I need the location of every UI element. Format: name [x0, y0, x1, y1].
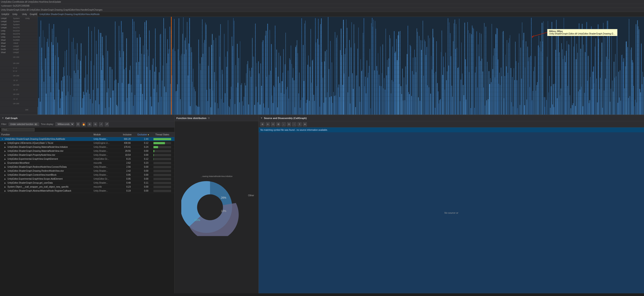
func-dist-panel: Function time distribution ⊙ ...rawing.M… — [175, 115, 259, 293]
thread-row[interactable]: DoShUnityE — [0, 48, 37, 51]
func-dist-icon[interactable]: ⊙ — [208, 117, 210, 119]
collapse-icon[interactable]: ▼ — [2, 117, 4, 119]
cg-inclusive-12: 0.23 — [115, 186, 132, 188]
col-header-module: Module — [93, 133, 115, 136]
icon-flame[interactable]: 🔥 — [82, 122, 86, 126]
source-collapse-icon[interactable]: ▼ — [260, 117, 263, 119]
cg-row-2[interactable]: ▶ UnityEditor.ShaderGraph.Drawing.Materi… — [0, 145, 174, 149]
source-icon-2[interactable]: ⊖ — [266, 122, 270, 126]
cg-thread-bar-3 — [150, 150, 174, 152]
icon-refresh[interactable]: ↺ — [105, 122, 109, 126]
flame-graph-area[interactable]: 666ms 280µs Unity.ShaderGraph.Editor.dll… — [38, 17, 644, 115]
expand-icon-12[interactable]: ▶ — [4, 186, 6, 188]
thread-bar-inner-3 — [154, 150, 171, 152]
thread-row[interactable]: Un Uni — [0, 100, 37, 107]
cg-row-5[interactable]: ▶ UnityEditor.Experimental.GraphView.Gra… — [0, 157, 174, 161]
filter-btn[interactable]: Under selected function ✕ — [8, 123, 39, 126]
source-icon-5[interactable]: ↓ — [282, 122, 286, 126]
cg-row-9[interactable]: ▶ UnityEditor.ShaderGraph.ContextView.In… — [0, 173, 174, 177]
icon-export[interactable]: ↗ — [99, 122, 103, 126]
expand-icon-7[interactable]: ▶ — [4, 166, 6, 168]
cg-row-4[interactable]: ▶ UnityEditor.ShaderGraph.PropertyNodeVi… — [0, 153, 174, 157]
func-name-label: ...rawing.MaterialNodeView.Initialize — [181, 175, 252, 177]
breadcrumb-text-2: <unknown> 0x252FC09509B — [1, 5, 30, 7]
thread-row[interactable]: ShadUnityE — [0, 51, 37, 54]
thread-row[interactable]: Un Uni — [0, 54, 37, 60]
expand-icon-1[interactable]: ▶ — [4, 142, 6, 144]
source-body: No source or — [259, 132, 644, 293]
cg-row-1[interactable]: ▶ UnityEngine.UIElements.UQueryState`1.T… — [0, 141, 174, 145]
source-icon-1[interactable]: ⊕ — [260, 122, 264, 126]
icon-copy[interactable]: ⧉ — [93, 122, 97, 126]
expand-icon-4[interactable]: ▶ — [4, 154, 6, 156]
thread-row[interactable]: .U .U — [0, 97, 37, 100]
no-source-msg: No source or — [444, 211, 458, 214]
thread-row[interactable]: UnityE0x127C — [0, 26, 37, 29]
filter-bar — [0, 127, 174, 132]
expand-icon-2[interactable]: ▶ — [4, 146, 6, 148]
expand-icon-3[interactable]: ▶ — [4, 150, 6, 152]
thread-row[interactable]: .U .U — [0, 88, 37, 91]
pie-label-10: 10% — [221, 209, 226, 213]
col-header-inclusive[interactable]: Inclusive — [115, 133, 132, 136]
cg-inclusive-11: 0.48 — [115, 182, 132, 184]
thread-row[interactable]: Unity0x1C84 — [0, 35, 37, 39]
expand-icon-13[interactable]: ▶ — [4, 190, 6, 192]
thread-row[interactable]: Shad<Mod — [0, 42, 37, 45]
cg-inclusive-5: 8.15 — [115, 158, 132, 160]
source-icon-4[interactable]: ⊞ — [276, 122, 280, 126]
cg-exclusive-0: 2.44 — [132, 138, 150, 140]
cg-thread-bar-9 — [150, 174, 174, 176]
cg-row-13[interactable]: ▶ UnityEditor.ShaderGraph.AbstractMateri… — [0, 189, 174, 193]
cg-row-3[interactable]: ▶ UnityEditor.ShaderGraph.Drawing.Materi… — [0, 149, 174, 153]
cg-module-0: Unity.Shader... — [93, 138, 115, 140]
col-header-exclusive[interactable]: Exclusive ▼ — [132, 133, 150, 136]
cg-row-6[interactable]: ▶ Enumerator.MoveNext mscorlib 2.62 0.23 — [0, 161, 174, 165]
source-icon-6[interactable]: ⊟ — [287, 122, 291, 126]
timeline-area[interactable]: UnityESystemUnity UnityESystem UnityESys… — [0, 17, 644, 115]
thread-row[interactable]: Un Uni — [0, 91, 37, 97]
thread-row[interactable]: Unity0x1019 — [0, 29, 37, 32]
expand-icon-5[interactable]: ▶ — [4, 158, 6, 160]
source-icon-7[interactable]: ↑ — [292, 122, 296, 126]
source-icon-8[interactable]: ↧ — [298, 122, 302, 126]
source-panel: ▼ Source and Disassembly (CallGraph) ⊕ ⊖… — [259, 115, 644, 293]
thread-row[interactable]: U .U — [0, 66, 37, 70]
thread-row[interactable]: Shad0x2869 — [0, 39, 37, 42]
thread-row[interactable]: UnityESystem — [0, 20, 37, 23]
time-display-select[interactable]: Milliseconds Percentage — [56, 122, 74, 126]
tooltip-box: 666ms 280µs Unity.ShaderGraph.Editor.dll… — [547, 29, 618, 36]
expand-icon-10[interactable]: ▶ — [4, 178, 6, 180]
call-graph-title: Call Graph — [5, 117, 18, 119]
thread-row[interactable]: Uni — [0, 107, 37, 113]
expand-icon-9[interactable]: ▶ — [4, 174, 6, 176]
thread-row[interactable]: Un Uni — [0, 73, 37, 79]
thread-row[interactable]: UnityESystemUnity — [0, 17, 37, 20]
call-graph-list[interactable]: ▼ UnityEditor.ShaderGraph.Drawing.GraphE… — [0, 137, 174, 293]
thread-row[interactable]: U .U — [0, 70, 37, 73]
expand-icon-8[interactable]: ▶ — [4, 170, 6, 172]
bottom-section: ▼ Call Graph Filter: Under selected func… — [0, 115, 644, 293]
thread-row[interactable]: Unity0x1CF4 — [0, 32, 37, 35]
tooltip-func: Unity.ShaderGraph.Editor.dll UnityEditor… — [549, 33, 616, 35]
cg-row-8[interactable]: ▶ UnityEditor.ShaderGraph.Drawing.Redire… — [0, 169, 174, 173]
expand-icon-6[interactable]: ▶ — [4, 162, 6, 164]
icon-table[interactable]: ⊞ — [88, 122, 92, 126]
cg-row-10[interactable]: ▶ UnityEditor.Experimental.GraphView.Sco… — [0, 177, 174, 181]
cg-row-0[interactable]: ▼ UnityEditor.ShaderGraph.Drawing.GraphE… — [0, 137, 174, 141]
filter-x[interactable]: ✕ — [34, 123, 38, 125]
expand-icon-11[interactable]: ▶ — [4, 182, 6, 184]
source-icon-9[interactable]: ⊕ — [303, 122, 307, 126]
find-input[interactable] — [1, 128, 34, 131]
thread-row[interactable]: Un Uni — [0, 82, 37, 88]
thread-row[interactable]: Un Uni — [0, 60, 37, 66]
icon-list[interactable]: ☰ — [76, 122, 80, 126]
cg-row-11[interactable]: ▶ UnityEditor.ShaderGraph.Group.get_user… — [0, 181, 174, 185]
thread-row[interactable]: .U .U — [0, 79, 37, 82]
source-icon-3[interactable]: ⊙ — [271, 122, 275, 126]
cg-row-12[interactable]: ▶ System.Object.__icall_wrapper_yes_ical… — [0, 185, 174, 189]
expand-icon-0[interactable]: ▼ — [1, 138, 3, 140]
thread-row[interactable]: UnityESystem — [0, 23, 37, 26]
thread-row[interactable]: ShadUnityE — [0, 45, 37, 48]
cg-row-7[interactable]: ▶ UnityEditor.ShaderGraph.RedirectNodeVi… — [0, 165, 174, 169]
